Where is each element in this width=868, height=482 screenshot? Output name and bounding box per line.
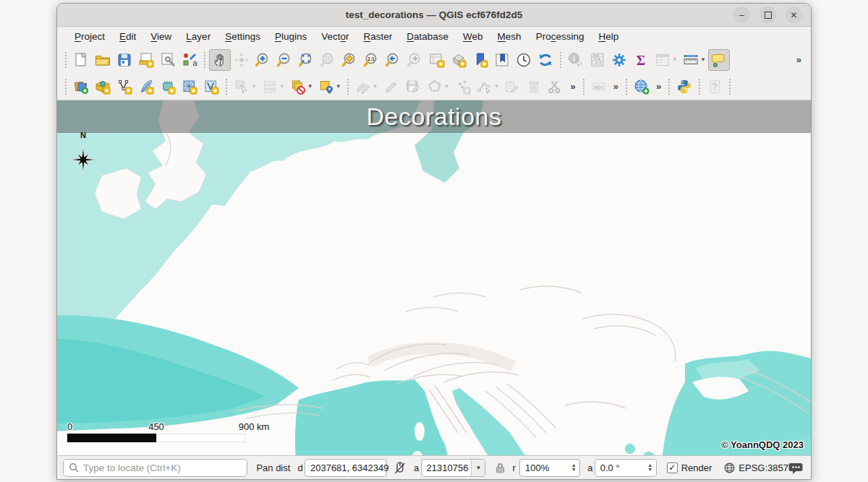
scale-combobox[interactable]: 21310756 ▼ <box>421 459 486 477</box>
new-temporary-scratch-layer-button[interactable] <box>157 76 179 98</box>
dropdown-arrow-icon[interactable]: ▼ <box>373 84 378 90</box>
statistical-summary-button[interactable]: Σ <box>630 49 652 71</box>
dropdown-arrow-icon[interactable]: ▼ <box>251 84 257 90</box>
pan-map-button[interactable] <box>209 49 231 71</box>
mouse-position-toggle-icon[interactable] <box>393 460 407 475</box>
refresh-map-button[interactable] <box>535 49 556 71</box>
locator-box[interactable] <box>63 459 247 477</box>
new-map-view-button[interactable] <box>426 49 448 71</box>
menu-web[interactable]: Web <box>456 28 490 45</box>
menu-settings[interactable]: Settings <box>218 28 268 45</box>
map-canvas[interactable]: Decorations N 0 450 900 km © YoannQDQ 20… <box>57 100 811 455</box>
deselect-features-button[interactable]: ▼ <box>287 76 315 98</box>
pan-map-to-selection-button[interactable] <box>231 49 252 71</box>
new-geopackage-icon <box>94 78 111 95</box>
new-3d-map-view-button[interactable] <box>448 49 469 71</box>
measure-line-button[interactable]: ▼ <box>680 49 708 71</box>
show-map-tips-button[interactable] <box>708 49 730 71</box>
dropdown-arrow-icon[interactable]: ▼ <box>336 84 341 90</box>
messages-button[interactable] <box>788 461 804 475</box>
current-edits-button[interactable]: ▼ <box>352 76 380 98</box>
menu-view[interactable]: View <box>143 28 179 45</box>
dropdown-arrow-icon[interactable]: ▼ <box>494 84 500 90</box>
crs-status-button[interactable]: EPSG:3857 <box>723 462 788 474</box>
open-attribute-table-button[interactable]: ▼ <box>652 49 680 71</box>
delete-selected-button[interactable] <box>523 76 545 98</box>
zoom-full-button[interactable] <box>296 49 318 71</box>
locator-input[interactable] <box>83 462 242 473</box>
menu-project[interactable]: Project <box>67 28 112 45</box>
render-toggle[interactable]: ✓ Render <box>667 462 712 473</box>
menu-layer[interactable]: Layer <box>179 28 218 45</box>
add-record-button[interactable] <box>452 76 474 98</box>
save-layer-edits-button[interactable] <box>402 76 424 98</box>
toggle-editing-button[interactable] <box>380 76 402 98</box>
show-layout-manager-button[interactable] <box>157 49 179 71</box>
maximize-button[interactable] <box>760 7 776 23</box>
menu-help[interactable]: Help <box>591 28 626 45</box>
menu-database[interactable]: Database <box>399 28 456 45</box>
close-button[interactable]: ✕ <box>786 7 802 23</box>
cut-features-button[interactable] <box>545 76 566 98</box>
temporal-controller-panel-button[interactable] <box>513 49 535 71</box>
menu-vector[interactable]: Vector <box>314 28 356 45</box>
zoom-next-button[interactable] <box>404 49 426 71</box>
zoom-to-layer-button[interactable] <box>339 49 361 71</box>
rotation-spinbox[interactable]: 0.0 ° ▲▼ <box>595 459 657 477</box>
new-geopackage-layer-button[interactable] <box>92 76 114 98</box>
layer-labeling-options-button[interactable]: abc <box>588 76 610 98</box>
dropdown-arrow-icon[interactable]: ▼ <box>444 84 450 90</box>
lock-scale-icon[interactable] <box>494 461 506 474</box>
scale-dropdown-arrow[interactable]: ▼ <box>471 460 485 476</box>
coordinate-box[interactable]: 2037681, 6342349 <box>305 459 387 477</box>
select-by-location-button[interactable]: ▼ <box>315 76 344 98</box>
toolbar-extension-button[interactable]: » <box>652 81 665 92</box>
zoom-last-button[interactable] <box>383 49 404 71</box>
zoom-to-selection-button[interactable] <box>318 49 339 71</box>
toolbar-extension-button[interactable]: » <box>610 81 622 92</box>
new-project-button[interactable] <box>70 49 92 71</box>
zoom-in-button[interactable] <box>252 49 274 71</box>
dropdown-arrow-icon[interactable]: ▼ <box>700 57 706 63</box>
select-features-button[interactable]: ▼ <box>231 76 259 98</box>
render-checkbox[interactable]: ✓ <box>667 462 678 473</box>
new-spatialite-layer-button[interactable] <box>135 76 157 98</box>
menu-edit[interactable]: Edit <box>112 28 143 45</box>
new-mesh-layer-button[interactable] <box>200 76 222 98</box>
select-features-by-value-button[interactable]: ▼ <box>259 76 287 98</box>
open-data-source-manager-button[interactable] <box>70 76 92 98</box>
style-manager-button[interactable]: a <box>179 49 200 71</box>
metasearch-csw-client-button[interactable] <box>631 76 652 98</box>
add-polygon-feature-button[interactable]: ▼ <box>424 76 452 98</box>
menu-processing[interactable]: Processing <box>529 28 592 45</box>
new-spatial-bookmark-button[interactable] <box>469 49 491 71</box>
dropdown-arrow-icon[interactable]: ▼ <box>672 57 678 63</box>
menu-plugins[interactable]: Plugins <box>268 28 314 45</box>
toolbar-extension-button[interactable]: » <box>566 81 579 92</box>
dropdown-arrow-icon[interactable]: ▼ <box>307 84 313 90</box>
processing-toolbox-button[interactable] <box>608 49 630 71</box>
zoom-out-button[interactable] <box>274 49 296 71</box>
help-contents-button[interactable]: ? <box>704 76 726 98</box>
dropdown-arrow-icon[interactable]: ▼ <box>279 84 285 90</box>
open-field-calculator-button[interactable] <box>587 49 608 71</box>
menu-mesh[interactable]: Mesh <box>490 28 529 45</box>
toolbar-extension-button[interactable]: » <box>793 54 805 65</box>
show-spatial-bookmarks-button[interactable] <box>491 49 513 71</box>
menu-raster[interactable]: Raster <box>357 28 400 45</box>
rotation-spin-arrows[interactable]: ▲▼ <box>644 460 656 476</box>
new-shapefile-layer-button[interactable] <box>114 76 135 98</box>
new-print-layout-button[interactable] <box>135 49 157 71</box>
new-virtual-layer-button[interactable] <box>179 76 200 98</box>
open-project-button[interactable] <box>92 49 114 71</box>
titlebar[interactable]: test_decorations — QGIS ecf676fd2d5 – ✕ <box>57 4 811 27</box>
identify-features-button[interactable]: i <box>565 49 587 71</box>
zoom-to-native-resolution-button[interactable]: 1:1 <box>361 49 383 71</box>
minimize-button[interactable]: – <box>733 7 750 23</box>
vertex-tool-button[interactable]: ▼ <box>474 76 502 98</box>
save-project-button[interactable] <box>114 49 135 71</box>
magnifier-spinbox[interactable]: 100% ▲▼ <box>519 459 580 477</box>
magnifier-spin-arrows[interactable]: ▲▼ <box>568 460 579 476</box>
python-console-button[interactable] <box>673 76 695 98</box>
modify-attributes-of-selected-features-button[interactable] <box>501 76 523 98</box>
